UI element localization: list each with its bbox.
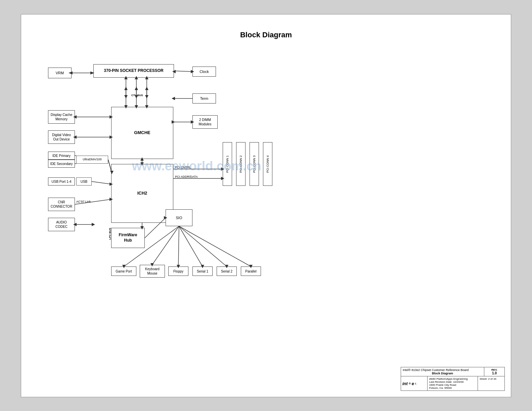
info-sheet-details: Sheet: 2 of 34	[478, 376, 504, 391]
svg-marker-14	[124, 95, 128, 98]
serial2-block: Serial 2	[217, 266, 237, 276]
info-company-details: iAMD PlatformApps Engineering Last Revis…	[427, 376, 478, 391]
svg-line-58	[152, 226, 179, 265]
ultradma-label: UltraDMA/100	[76, 156, 108, 164]
vrm-block: VRM	[48, 68, 72, 78]
svg-line-60	[178, 226, 179, 266]
ac97-label: AC'97 Link	[76, 200, 91, 203]
arrows-svg	[41, 45, 485, 337]
floppy-block: Floppy	[168, 266, 188, 276]
diagram-area: www.eeworld.com.cn VRM 370-PIN SOCKET PR…	[41, 45, 485, 337]
ide-secondary-block: IDE Secondary	[48, 160, 75, 168]
dimm-block: 2 DIMMModules	[192, 115, 218, 129]
serial1-block: Serial 1	[192, 266, 213, 276]
svg-marker-15	[124, 87, 128, 90]
audio-codec-block: AUDIOCODEC	[48, 218, 75, 231]
pci-conn2-block: PCI CONN 2	[236, 142, 246, 186]
firmware-block: FirmWareHub	[111, 228, 145, 248]
clock-block: Clock	[192, 67, 216, 77]
pci-conn4-block: PCI CONN 4	[263, 142, 272, 186]
svg-marker-21	[145, 87, 148, 90]
info-box: Intel® 810e2 Chipset Customer Reference …	[401, 367, 505, 391]
pci-cntrl-label: PCI CNTRL	[175, 166, 191, 169]
info-bottom-row: int®el. iAMD PlatformApps Engineering La…	[401, 376, 504, 391]
usb-label: USB	[76, 177, 92, 186]
lpc-bus-label: LPC BUS	[108, 209, 112, 240]
processor-block: 370-PIN SOCKET PROCESSOR	[93, 64, 174, 78]
ich2-block: ICH2	[111, 164, 173, 223]
digital-video-block: Digital VideoOut Device	[48, 130, 75, 144]
svg-marker-23	[172, 97, 175, 100]
game-port-block: Game Port	[111, 266, 136, 276]
ide-primary-block: IDE Primary	[48, 152, 75, 160]
page-title: Block Diagram	[21, 31, 511, 39]
info-rev: REV. 1.0	[484, 367, 504, 376]
usb-port-block: USB Port 1-4	[48, 177, 75, 186]
info-title-row: Intel® 810e2 Chipset Customer Reference …	[401, 367, 504, 376]
svg-marker-20	[145, 95, 148, 98]
pci-conn3-block: PCI CONN 3	[250, 142, 259, 186]
pci-addr-label: PCI ADDR/DATA	[175, 175, 198, 178]
keyboard-block: KeyboardMouse	[140, 265, 165, 278]
svg-marker-18	[135, 87, 138, 90]
svg-line-38	[108, 160, 111, 171]
parallel-block: Parallel	[241, 266, 261, 276]
sio-block: SIO	[166, 209, 192, 226]
pci-conn1-block: PCI CONN 1	[223, 142, 232, 186]
svg-line-41	[92, 181, 111, 184]
svg-line-62	[179, 226, 203, 266]
info-title-text: Intel® 810e2 Chipset Customer Reference …	[401, 367, 484, 376]
svg-marker-51	[92, 223, 95, 226]
page: Block Diagram www.eeworld.com.cn VRM 370…	[21, 14, 511, 397]
cnr-block: CNRCONNECTOR	[48, 198, 75, 211]
gmche-block: GMCHE	[111, 107, 173, 159]
intel-logo: int®el.	[401, 376, 427, 391]
ctl-bus-label: CTL BUS	[131, 94, 143, 97]
svg-line-64	[179, 226, 227, 266]
svg-line-1	[174, 71, 192, 72]
term-block: Term	[192, 93, 216, 104]
display-cache-block: Display CacheMemory	[48, 110, 75, 124]
svg-line-66	[179, 226, 251, 266]
